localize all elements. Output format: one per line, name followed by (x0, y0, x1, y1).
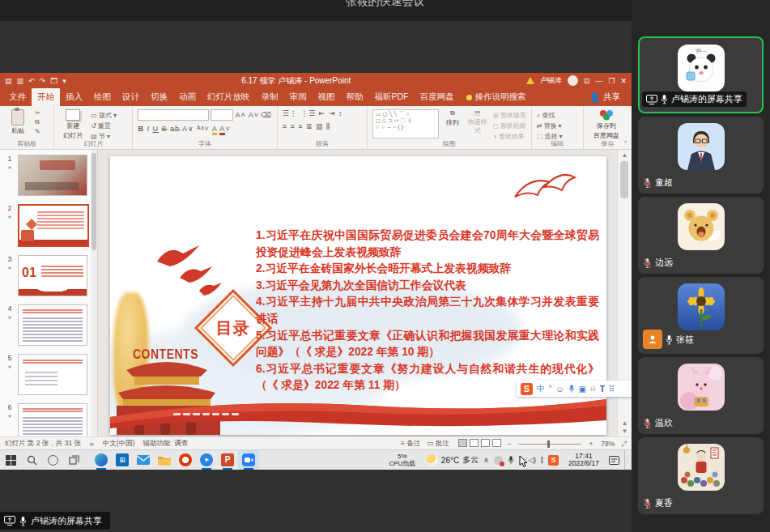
sogou-tray-icon[interactable]: S (548, 455, 559, 466)
view-switcher[interactable] (456, 439, 501, 449)
tab-record[interactable]: 录制 (256, 88, 284, 106)
task-view-button[interactable] (63, 450, 84, 470)
ime-person-icon[interactable]: ⍾ (590, 384, 596, 394)
close-window-icon[interactable]: ✕ (620, 77, 627, 85)
redo-icon[interactable]: ↷ (40, 77, 46, 85)
ribbon-display-icon[interactable]: ⊡ (584, 77, 590, 85)
spell-icon[interactable]: ⌯ (89, 440, 95, 449)
language-status[interactable]: 中文(中国) (103, 439, 135, 449)
tab-animations[interactable]: 动画 (173, 88, 202, 106)
slide-thumb-1[interactable] (18, 155, 87, 196)
slide-thumb-2[interactable] (18, 204, 89, 247)
minimize-icon[interactable]: — (595, 77, 602, 85)
ime-mode[interactable]: 中 (537, 383, 545, 394)
find-button[interactable]: ⌕ 查找 (537, 111, 563, 120)
tab-foxit-pdf[interactable]: 福昕PDF (369, 88, 415, 106)
slide-thumb-5[interactable] (18, 354, 87, 395)
quick-access-toolbar[interactable]: ▤ ▥ ↶ ↷ 🗔 ▾ (5, 77, 66, 85)
zoom-in-icon[interactable]: ＋ (588, 439, 595, 449)
agenda-text[interactable]: 1.习近平在庆祝中国国际贸易促进委员会建会70周年大会暨全球贸易投资促进峰会上发… (256, 228, 599, 394)
save-icon[interactable]: ▥ (17, 77, 24, 85)
taskbar-clock[interactable]: 17:412022/6/17 (564, 453, 604, 468)
shapes-palette[interactable]: ▭ ◻ ╲ ╲ ⌒ ○◻ △ ⊃ ⇨ ⬚ ⇩○ ☆ ⌣ ⌢ { } (372, 109, 439, 138)
notification-center-icon[interactable] (609, 456, 619, 465)
zoom-slider[interactable] (518, 444, 581, 445)
undo-icon[interactable]: ↶ (28, 77, 35, 85)
participant-tile[interactable]: 童超 (638, 117, 764, 194)
volume-icon[interactable]: ◁) (528, 456, 536, 464)
notes-button[interactable]: ≡ 备注 (401, 439, 420, 449)
ime-mic-icon[interactable] (568, 384, 575, 394)
slide-thumb-6[interactable] (18, 403, 87, 437)
sync-error-icon[interactable] (494, 456, 503, 465)
tab-view[interactable]: 视图 (313, 88, 341, 106)
clipboard-small-buttons[interactable]: ✂⧉✎ (35, 109, 40, 135)
search-button[interactable] (21, 450, 42, 470)
tab-draw[interactable]: 绘图 (88, 88, 117, 106)
ime-emoji-icon[interactable]: ☺ (555, 385, 564, 394)
tab-baidu-pan[interactable]: 百度网盘 (415, 88, 460, 106)
warning-icon[interactable] (526, 77, 534, 84)
scroll-up-icon[interactable]: ▲ (618, 150, 632, 159)
edge-icon[interactable] (91, 450, 112, 470)
network-icon[interactable]: ⫿ (541, 456, 543, 465)
start-button[interactable] (0, 450, 21, 470)
thumbnail-scrollbar[interactable] (91, 150, 97, 437)
clear-format-icon[interactable]: ⌫ (261, 111, 272, 119)
tab-insert[interactable]: 插入 (60, 88, 88, 106)
show-desktop-button[interactable] (624, 450, 628, 470)
save-to-baidu-button[interactable]: 保存到百度网盘 (589, 109, 624, 140)
list-indent-buttons[interactable]: ☰⋮ ⋮☰ ⇤ ⇥ ↕ (283, 109, 362, 117)
slide-thumb-4[interactable] (18, 304, 87, 346)
layout-button[interactable]: ▭ 版式 ▾ (91, 111, 117, 120)
participant-tile[interactable]: 边远 (638, 197, 764, 274)
sogou-logo[interactable]: S (521, 383, 533, 395)
arrange-button[interactable]: ⧉排列 (443, 109, 462, 127)
ime-skin-icon[interactable]: T (600, 385, 605, 394)
paste-button[interactable]: 粘贴 (5, 109, 31, 135)
cpu-widget[interactable]: 5%CPU负载 (383, 453, 422, 467)
qat-dropdown-icon[interactable]: ▾ (62, 77, 66, 85)
tray-mic-icon[interactable] (508, 455, 514, 465)
file-explorer-icon[interactable] (154, 450, 175, 470)
shape-fill-button[interactable]: ◍ 形状填充 (493, 111, 526, 120)
participant-tile-sharer[interactable]: 啊— 卢锡涛的屏幕共享 (638, 36, 764, 113)
agenda-item[interactable]: 1.习近平在庆祝中国国际贸易促进委员会建会70周年大会暨全球贸易投资促进峰会上发… (256, 228, 599, 261)
next-slide-icon[interactable]: ▼ (618, 428, 632, 436)
font-name-input[interactable] (138, 109, 209, 121)
weather-widget[interactable]: 26°C多云 (427, 454, 479, 466)
reset-button[interactable]: ↺ 重置 (91, 121, 117, 130)
scrollbar-thumb[interactable] (620, 161, 628, 198)
office-icon[interactable] (175, 450, 196, 470)
accessibility-status[interactable]: 辅助功能: 调查 (143, 439, 188, 449)
ime-punct-icon[interactable]: ” (549, 385, 551, 394)
agenda-item[interactable]: 4.习近平主持十九届中共中央政治局第三十九次集体学习并发表重要讲话 (256, 294, 599, 327)
powerpoint-icon[interactable]: P (217, 450, 238, 470)
agenda-item[interactable]: 5.习近平总书记重要文章《正确认识和把握我国发展重大理论和实践问题》（《 求是》… (256, 328, 599, 361)
meeting-app-icon[interactable] (238, 450, 259, 470)
grow-shrink-font[interactable]: A˄ A˅ (235, 111, 259, 119)
store-icon[interactable]: ⊞ (112, 450, 133, 470)
font-style-buttons[interactable]: B I U S a̶b̶ A∨ ᴬᵃ˅ A A˅ (138, 125, 271, 133)
restore-icon[interactable]: ❐ (608, 77, 615, 85)
shape-outline-button[interactable]: ◻ 形状轮廓 (493, 121, 526, 130)
comments-button[interactable]: ▭ 批注 (427, 439, 449, 449)
participant-tile[interactable]: 温欣 (638, 357, 764, 434)
quick-styles-button[interactable]: ⬒快速样式 (466, 109, 489, 135)
tab-home[interactable]: 开始 (32, 88, 60, 106)
tab-file[interactable]: 文件 (3, 88, 32, 106)
account-avatar[interactable] (568, 75, 578, 86)
tray-expand-icon[interactable]: ∧ (483, 456, 489, 464)
mail-icon[interactable] (133, 450, 154, 470)
participant-tile-host[interactable]: 张筱 (638, 277, 764, 354)
tab-review[interactable]: 审阅 (284, 88, 313, 106)
tab-help[interactable]: 帮助 (341, 88, 369, 106)
align-buttons[interactable]: ≡ ≡ ≡ ≣ ▥ ⫼ (283, 122, 362, 131)
agenda-item[interactable]: 3.习近平会见第九次全国信访工作会议代表 (256, 278, 599, 295)
ime-clipboard-icon[interactable]: ▣ (579, 385, 586, 394)
tab-transitions[interactable]: 切换 (145, 88, 173, 106)
cortana-button[interactable] (42, 450, 63, 470)
slide-thumb-3[interactable]: 01 (18, 255, 87, 296)
previous-slide-icon[interactable]: ▲ (618, 419, 632, 428)
tab-slideshow[interactable]: 幻灯片放映 (202, 88, 256, 106)
